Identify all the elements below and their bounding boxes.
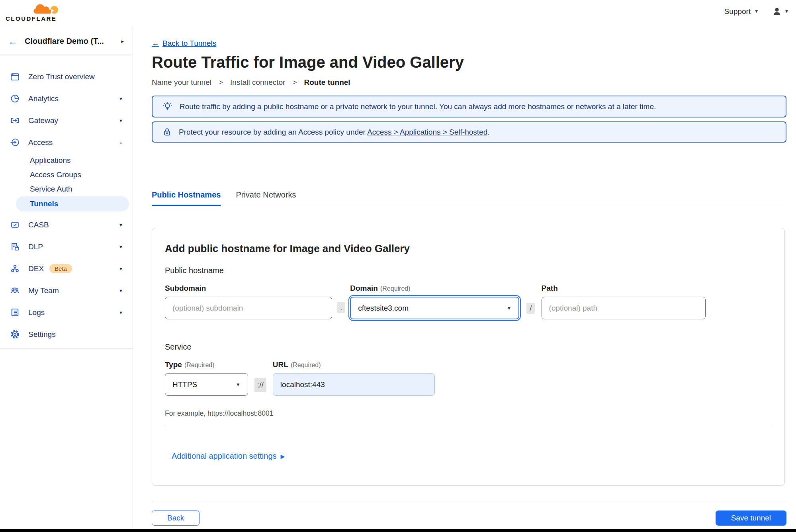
sidebar-item-tunnels[interactable]: Tunnels: [16, 196, 129, 211]
support-menu[interactable]: Support ▼: [724, 7, 759, 16]
sidebar-item-casb[interactable]: CASB ▼: [0, 214, 133, 236]
required-hint: (Required): [184, 362, 215, 368]
back-button[interactable]: Back: [152, 510, 199, 526]
lock-icon: [162, 127, 172, 137]
chevron-up-icon: ▲: [119, 140, 123, 145]
back-to-tunnels-link[interactable]: ← Back to Tunnels: [152, 39, 216, 48]
domain-select[interactable]: cftestsite3.com ▼: [350, 297, 519, 319]
service-type-select[interactable]: HTTPS ▼: [165, 373, 248, 396]
sidebar-account-header: ← Cloudflare Demo (T... ▸: [0, 28, 133, 55]
sidebar-item-label: Tunnels: [30, 200, 58, 208]
path-input[interactable]: [542, 297, 706, 319]
type-field: Type(Required) HTTPS ▼: [165, 360, 248, 396]
back-arrow-icon[interactable]: ←: [8, 37, 18, 46]
domain-label: Domain(Required): [350, 284, 519, 293]
sidebar-item-label: Applications: [30, 156, 70, 165]
sidebar-item-label: Gateway: [28, 116, 58, 125]
tab-public-hostnames[interactable]: Public Hostnames: [152, 190, 221, 206]
pie-chart-icon: [10, 94, 20, 104]
sidebar-item-label: Zero Trust overview: [28, 72, 95, 81]
support-label: Support: [724, 7, 751, 16]
tab-bar: Public Hostnames Private Networks: [152, 190, 786, 206]
sidebar-item-label: Settings: [28, 330, 56, 339]
save-tunnel-button[interactable]: Save tunnel: [716, 510, 786, 526]
sidebar-item-settings[interactable]: Settings: [0, 323, 133, 345]
url-input[interactable]: [273, 373, 435, 396]
info-banner-route-traffic: Route traffic by adding a public hostnam…: [152, 96, 786, 117]
required-hint: (Required): [291, 362, 321, 368]
sidebar-item-applications[interactable]: Applications: [0, 153, 133, 168]
subdomain-field: Subdomain: [165, 284, 332, 319]
sidebar-item-dlp[interactable]: DLP ▼: [0, 236, 133, 258]
bottom-black-bar: [0, 529, 796, 532]
user-menu[interactable]: ▼: [772, 7, 789, 16]
breadcrumb-separator: >: [219, 78, 223, 87]
sidebar-item-service-auth[interactable]: Service Auth: [0, 182, 133, 196]
banner-text: Route traffic by adding a public hostnam…: [180, 102, 656, 111]
sidebar-item-dex[interactable]: DEX Beta ▼: [0, 258, 133, 280]
required-hint: (Required): [380, 285, 411, 292]
url-example-hint: For example, https://localhost:8001: [165, 409, 772, 418]
sidebar-item-label: DEX: [28, 264, 44, 273]
triangle-right-icon: ▶: [281, 453, 285, 460]
sidebar: ← Cloudflare Demo (T... ▸ Zero Trust ove…: [0, 28, 133, 529]
access-icon: [10, 137, 20, 148]
sidebar-item-label: Access: [28, 138, 53, 147]
user-avatar-icon: [772, 7, 782, 16]
team-icon: [10, 286, 20, 296]
chevron-down-icon: ▼: [119, 266, 123, 271]
card-title: Add public hostname for Image and Video …: [165, 243, 772, 255]
sidebar-nav: Zero Trust overview Analytics ▼: [0, 55, 133, 349]
page-title: Route Traffic for Image and Video Galler…: [152, 53, 786, 71]
sidebar-item-gateway[interactable]: Gateway ▼: [0, 110, 133, 131]
sidebar-item-analytics[interactable]: Analytics ▼: [0, 88, 133, 110]
access-policy-link[interactable]: Access > Applications > Self-hosted: [367, 128, 487, 136]
document-lock-icon: [10, 242, 20, 252]
casb-icon: [10, 220, 20, 230]
subdomain-label: Subdomain: [165, 284, 332, 293]
left-arrow-icon: ←: [152, 39, 159, 48]
footer-divider: [152, 501, 786, 501]
cloudflare-logo-text: CLOUDFLARE: [6, 15, 57, 22]
sidebar-item-label: CASB: [28, 221, 49, 229]
back-link-label: Back to Tunnels: [162, 39, 216, 48]
sidebar-item-label: DLP: [28, 243, 43, 251]
top-bar-right: Support ▼ ▼: [724, 0, 789, 23]
breadcrumb: Name your tunnel > Install connector > R…: [152, 78, 786, 87]
account-name: Cloudflare Demo (T...: [25, 37, 104, 46]
cloudflare-cloud-icon: [32, 2, 61, 15]
sidebar-item-zero-trust-overview[interactable]: Zero Trust overview: [0, 66, 133, 88]
sidebar-item-access-groups[interactable]: Access Groups: [0, 168, 133, 182]
chevron-down-icon: ▼: [119, 118, 123, 123]
card-divider: [165, 426, 772, 426]
sidebar-item-logs[interactable]: Logs ▼: [0, 301, 133, 323]
lightbulb-icon: [162, 101, 173, 112]
chevron-down-icon: ▼: [119, 310, 123, 315]
info-banner-access-policy: Protect your resource by adding an Acces…: [152, 121, 786, 143]
footer-actions: Back Save tunnel: [152, 510, 786, 526]
additional-settings-toggle[interactable]: Additional application settings ▶: [172, 452, 285, 477]
path-label: Path: [542, 284, 706, 293]
window-icon: [10, 72, 20, 82]
sidebar-item-access[interactable]: Access ▲: [0, 131, 133, 153]
cloudflare-logo[interactable]: CLOUDFLARE: [6, 2, 63, 22]
sidebar-item-my-team[interactable]: My Team ▼: [0, 280, 133, 301]
domain-field: Domain(Required) cftestsite3.com ▼: [350, 284, 519, 319]
url-field: URL(Required): [273, 360, 435, 396]
gear-icon: [10, 329, 20, 340]
chevron-down-icon: ▼: [236, 382, 241, 387]
sidebar-item-label: My Team: [28, 286, 59, 295]
subdomain-input[interactable]: [165, 297, 332, 319]
chevron-down-icon: ▼: [784, 9, 789, 14]
sidebar-item-label: Logs: [28, 308, 45, 317]
service-label: Service: [165, 342, 772, 352]
breadcrumb-separator: >: [292, 78, 297, 87]
chevron-down-icon: ▼: [754, 9, 759, 14]
sidebar-expander-icon[interactable]: ▸: [121, 38, 124, 44]
tab-private-networks[interactable]: Private Networks: [236, 190, 296, 206]
step-route-tunnel: Route tunnel: [304, 78, 350, 87]
chevron-down-icon: ▼: [119, 288, 123, 293]
logs-icon: [10, 307, 20, 318]
chevron-down-icon: ▼: [119, 223, 123, 227]
main-content: ← Back to Tunnels Route Traffic for Imag…: [133, 28, 796, 529]
